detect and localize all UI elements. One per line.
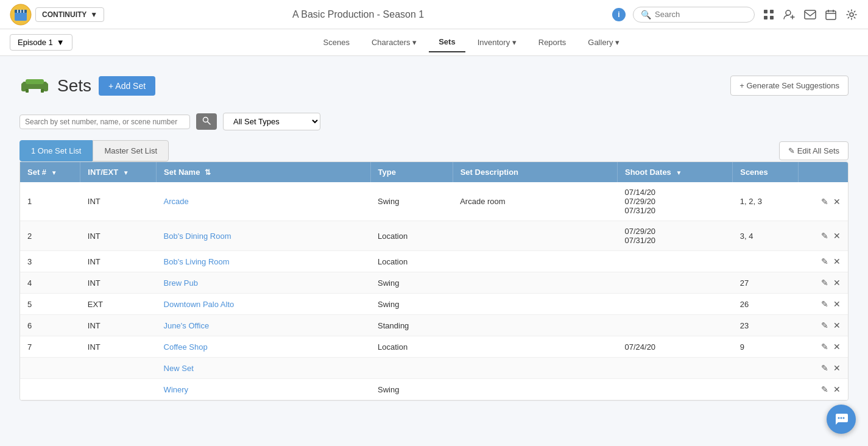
nav-scenes[interactable]: Scenes [314, 33, 359, 52]
set-name-link[interactable]: Arcade [164, 197, 189, 206]
cell-scenes: 23 [733, 315, 799, 336]
cell-scenes: 3, 4 [733, 221, 799, 251]
col-set-name[interactable]: Set Name ⇅ [157, 162, 370, 182]
delete-icon[interactable]: ✕ [833, 384, 841, 394]
svg-point-10 [786, 10, 791, 15]
nav-sets[interactable]: Sets [429, 32, 465, 52]
edit-icon[interactable]: ✎ [821, 320, 828, 330]
cell-actions: ✎ ✕ [799, 272, 848, 294]
edit-icon[interactable]: ✎ [821, 384, 828, 394]
cell-set-num: 6 [20, 315, 80, 336]
search-icon: 🔍 [641, 10, 651, 19]
cell-set-name: Bob's Dining Room [157, 221, 370, 251]
edit-icon[interactable]: ✎ [821, 231, 828, 241]
cell-type: Swing [370, 379, 453, 400]
set-search-button[interactable] [196, 113, 217, 130]
nav-gallery[interactable]: Gallery ▾ [578, 33, 629, 52]
svg-rect-24 [41, 89, 44, 93]
svg-rect-7 [770, 10, 774, 13]
col-scenes[interactable]: Scenes [733, 162, 799, 182]
col-description[interactable]: Set Description [453, 162, 617, 182]
col-type[interactable]: Type [370, 162, 453, 182]
calendar-icon[interactable] [824, 8, 838, 21]
search-input[interactable] [655, 10, 747, 19]
cell-actions: ✎ ✕ [799, 315, 848, 336]
page-title-area: Sets + Add Set [19, 71, 155, 101]
set-search-input[interactable] [25, 118, 185, 126]
episode-dropdown-arrow: ▼ [57, 38, 65, 47]
generate-suggestions-button[interactable]: + Generate Set Suggestions [730, 76, 849, 96]
edit-icon[interactable]: ✎ [821, 299, 828, 309]
svg-rect-13 [805, 10, 816, 19]
delete-icon[interactable]: ✕ [833, 197, 841, 207]
cell-int-ext: INT [80, 221, 157, 251]
svg-line-26 [208, 122, 211, 125]
delete-icon[interactable]: ✕ [833, 278, 841, 288]
set-search-wrap [19, 115, 190, 129]
edit-icon[interactable]: ✎ [821, 197, 828, 207]
nav-reports[interactable]: Reports [529, 33, 576, 52]
col-int-ext[interactable]: INT/EXT ▼ [80, 162, 157, 182]
edit-icon[interactable]: ✎ [821, 278, 828, 288]
cell-description: Arcade room [453, 182, 617, 221]
continuity-dropdown[interactable]: CONTINUITY ▼ [35, 7, 104, 22]
tab-bar: 1 One Set List Master Set List ✎ Edit Al… [19, 140, 849, 161]
delete-icon[interactable]: ✕ [833, 363, 841, 373]
add-set-button[interactable]: + Add Set [99, 76, 155, 96]
episode-dropdown[interactable]: Episode 1 ▼ [10, 34, 72, 51]
edit-icon[interactable]: ✎ [821, 257, 828, 266]
set-type-filter[interactable]: All Set Types Location Swing Standing [223, 113, 320, 130]
svg-rect-21 [21, 83, 26, 91]
delete-icon[interactable]: ✕ [833, 257, 841, 266]
cell-actions: ✎ ✕ [799, 358, 848, 379]
cell-actions: ✎ ✕ [799, 182, 848, 221]
edit-all-sets-button[interactable]: ✎ Edit All Sets [779, 141, 849, 160]
cell-set-name: Brew Pub [157, 272, 370, 294]
mail-icon[interactable] [803, 8, 817, 21]
cell-description [453, 336, 617, 358]
cell-description [453, 221, 617, 251]
nav-characters[interactable]: Characters ▾ [362, 33, 426, 52]
edit-icon[interactable]: ✎ [821, 342, 828, 352]
set-name-link[interactable]: Brew Pub [164, 278, 198, 288]
cell-actions: ✎ ✕ [799, 294, 848, 315]
sets-table: Set # ▼ INT/EXT ▼ Set Name ⇅ Type Set De… [20, 162, 848, 400]
set-name-link[interactable]: Bob's Dining Room [164, 232, 231, 241]
svg-rect-9 [770, 16, 774, 19]
cell-set-num: 3 [20, 251, 80, 272]
settings-icon[interactable] [845, 8, 858, 21]
delete-icon[interactable]: ✕ [833, 342, 841, 352]
set-name-link[interactable]: Coffee Shop [164, 342, 208, 352]
add-user-icon[interactable] [783, 8, 796, 21]
nav-inventory[interactable]: Inventory ▾ [468, 33, 526, 52]
cell-type: Location [370, 251, 453, 272]
col-shoot-dates[interactable]: Shoot Dates ▼ [618, 162, 733, 182]
cell-set-name: Winery [157, 379, 370, 400]
cell-shoot-dates [618, 379, 733, 400]
delete-icon[interactable]: ✕ [833, 299, 841, 309]
info-button[interactable]: i [612, 8, 626, 21]
edit-icon[interactable]: ✎ [821, 363, 828, 373]
svg-rect-14 [826, 11, 836, 19]
set-name-link[interactable]: Winery [164, 385, 188, 394]
set-name-link[interactable]: New Set [164, 364, 194, 373]
set-name-link[interactable]: Bob's Living Room [164, 257, 230, 266]
table-row: 5 EXT Downtown Palo Alto Swing 26 ✎ ✕ [20, 294, 848, 315]
cell-int-ext [80, 379, 157, 400]
set-name-link[interactable]: Downtown Palo Alto [164, 300, 235, 309]
tab-one-set-list[interactable]: 1 One Set List [19, 140, 93, 161]
tab-master-set-list[interactable]: Master Set List [93, 140, 169, 161]
grid-icon[interactable] [762, 8, 775, 21]
set-list-tabs: 1 One Set List Master Set List [19, 140, 169, 161]
cell-shoot-dates [618, 358, 733, 379]
delete-icon[interactable]: ✕ [833, 320, 841, 330]
search-box: 🔍 [633, 7, 755, 23]
cell-scenes [733, 251, 799, 272]
set-name-link[interactable]: June's Office [164, 321, 210, 330]
col-set-num[interactable]: Set # ▼ [20, 162, 80, 182]
cell-shoot-dates [618, 272, 733, 294]
logo-area: CONTINUITY ▼ [10, 4, 104, 26]
cell-set-name: Bob's Living Room [157, 251, 370, 272]
cell-int-ext: INT [80, 336, 157, 358]
delete-icon[interactable]: ✕ [833, 231, 841, 241]
